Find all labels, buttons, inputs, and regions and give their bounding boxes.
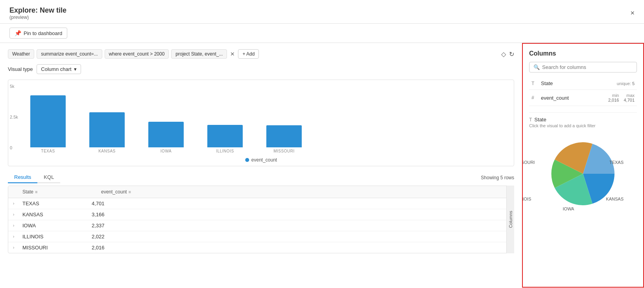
pin-to-dashboard-button[interactable]: 📌 Pin to dashboard [9, 28, 67, 39]
y-label-25k: 2.5k [10, 115, 18, 119]
quick-filter-title: State [534, 117, 546, 123]
modal-subtitle: (preview) [9, 15, 66, 20]
col-state-stats: unique: 5 [617, 81, 635, 86]
col-max-value: 4,701 [624, 98, 635, 102]
pin-label: Pin to dashboard [24, 30, 62, 36]
col-max-label: max [624, 93, 635, 98]
row-expand-icon[interactable]: › [8, 210, 18, 219]
visual-type-value: Column chart [41, 66, 71, 72]
query-summarize-tag[interactable]: summarize event_count=... [37, 49, 102, 59]
row-state-cell: KANSAS [18, 209, 87, 220]
row-count-cell: 2,016 [87, 242, 146, 253]
bar-group-illinois: ILLINOIS [207, 125, 243, 153]
visual-type-label: Visual type [8, 66, 33, 72]
table-body: ›TEXAS4,701›KANSAS3,166›IOWA2,337›ILLINO… [8, 198, 514, 253]
row-expand-icon[interactable]: › [8, 199, 18, 208]
pie-chart: MISSOURI TEXAS KANSAS IOWA ILLINOIS [529, 134, 637, 213]
chart-legend: event_count [245, 157, 277, 163]
tab-results[interactable]: Results [8, 172, 37, 183]
row-expand-icon[interactable]: › [8, 232, 18, 241]
query-bar: Weather summarize event_count=... where … [8, 49, 514, 59]
legend-label: event_count [251, 157, 277, 163]
row-count-cell: 3,166 [87, 209, 146, 220]
bar-label-kansas: KANSAS [98, 149, 116, 153]
pin-icon: 📌 [15, 30, 21, 36]
chevron-down-icon: ▾ [74, 66, 77, 72]
visual-type-dropdown[interactable]: Column chart ▾ [37, 64, 81, 74]
col-state-menu-icon[interactable]: ≡ [35, 190, 37, 194]
row-expand-icon[interactable]: › [8, 243, 18, 252]
query-source-tag[interactable]: Weather [8, 49, 34, 59]
columns-panel-title: Columns [529, 50, 637, 57]
table-row: ›IOWA2,337 [8, 220, 514, 231]
visual-type-row: Visual type Column chart ▾ [8, 64, 514, 74]
pie-labels: MISSOURI TEXAS KANSAS IOWA ILLINOIS [522, 134, 624, 213]
row-count-cell: 4,701 [87, 198, 146, 209]
table-row: ›ILLINOIS2,022 [8, 231, 514, 242]
query-remove-button[interactable]: ✕ [229, 51, 236, 57]
y-label-5k: 5k [10, 84, 18, 89]
bar-kansas [89, 112, 125, 147]
col-eventcount-stats: min 2,016 max 4,701 [608, 93, 635, 102]
pie-label-illinois: ILLINOIS [522, 197, 531, 201]
col-state-label: State [22, 189, 33, 195]
bar-label-missouri: MISSOURI [273, 149, 294, 153]
table-row: ›MISSOURI2,016 [8, 242, 514, 253]
table-header: State ≡ event_count ≡ [8, 186, 514, 198]
query-where-tag[interactable]: where event_count > 2000 [105, 49, 169, 59]
type-icon-text: T [531, 81, 538, 86]
col-min-value: 2,016 [608, 98, 619, 102]
quick-filter-section: T State Click the visual to add a quick … [529, 112, 637, 213]
legend-dot [245, 158, 249, 162]
tab-kql[interactable]: KQL [37, 172, 60, 183]
col-header-event-count: event_count ≡ [96, 186, 155, 198]
row-state-cell: TEXAS [18, 198, 87, 209]
results-section: Results KQL Showing 5 rows State ≡ [8, 172, 514, 253]
bar-label-illinois: ILLINOIS [216, 149, 234, 153]
columns-scroll-indicator[interactable]: Columns [506, 186, 514, 253]
col-state-name: State [541, 80, 553, 86]
col-min-label: min [608, 93, 619, 98]
y-axis-labels: 5k 2.5k 0 [10, 84, 18, 150]
query-refresh-button[interactable]: ↻ [509, 50, 514, 58]
pie-label-texas: TEXAS [609, 160, 624, 165]
bars-container: TEXASKANSASIOWAILLINOISMISSOURI [30, 90, 507, 153]
col-eventcount-menu-icon[interactable]: ≡ [128, 190, 131, 194]
col-eventcount-name: event_count [541, 95, 569, 101]
type-icon-number: # [531, 95, 538, 100]
pie-label-missouri: MISSOURI [522, 160, 535, 165]
y-label-0: 0 [10, 145, 18, 150]
bar-label-iowa: IOWA [161, 149, 172, 153]
search-icon: 🔍 [533, 64, 540, 70]
query-add-label: + Add [242, 51, 255, 57]
chart-area: 5k 2.5k 0 TEXASKANSASIOWAILLINOISMISSOUR… [8, 80, 514, 166]
bar-label-texas: TEXAS [41, 149, 55, 153]
col-eventcount-label: event_count [101, 189, 127, 195]
columns-sidebar-label: Columns [508, 211, 513, 228]
row-state-cell: MISSOURI [18, 242, 87, 253]
modal-title: Explore: New tile [9, 6, 66, 15]
bar-group-kansas: KANSAS [89, 112, 125, 153]
results-table: State ≡ event_count ≡ ›TEXAS4,701›KANSAS… [8, 186, 514, 253]
close-button[interactable]: × [630, 9, 635, 17]
query-eraser-button[interactable]: ◇ [501, 50, 506, 58]
row-state-cell: IOWA [18, 220, 87, 231]
pie-label-iowa: IOWA [563, 206, 574, 211]
qf-type-icon: T [529, 117, 532, 123]
columns-panel: Columns 🔍 T State unique: 5 # ev [522, 43, 644, 288]
query-add-button[interactable]: + Add [238, 49, 259, 59]
search-columns-input[interactable] [542, 64, 633, 70]
pie-label-kansas: KANSAS [606, 197, 624, 201]
quick-filter-subtitle: Click the visual to add a quick filter [529, 123, 637, 128]
column-item-eventcount: # event_count min 2,016 max 4,701 [529, 90, 637, 106]
bar-group-iowa: IOWA [148, 122, 184, 153]
query-project-tag[interactable]: project State, event_... [171, 49, 227, 59]
table-row: ›KANSAS3,166 [8, 209, 514, 220]
bar-group-missouri: MISSOURI [266, 125, 302, 153]
row-expand-icon[interactable]: › [8, 221, 18, 230]
col-state-stat-value: 5 [632, 81, 635, 86]
row-count-cell: 2,022 [87, 231, 146, 242]
table-row: ›TEXAS4,701 [8, 198, 514, 209]
column-item-state: T State unique: 5 [529, 77, 637, 90]
bar-group-texas: TEXAS [30, 95, 66, 153]
